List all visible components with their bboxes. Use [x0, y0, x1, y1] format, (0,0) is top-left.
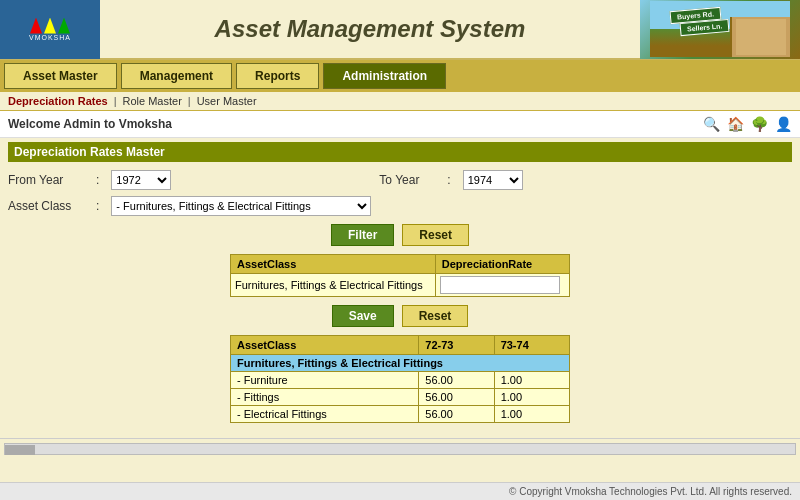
- row1-col2: 56.00: [419, 372, 494, 389]
- header: VMOKSHA Asset Management System Buyers R…: [0, 0, 800, 60]
- filter-button[interactable]: Filter: [331, 224, 394, 246]
- data-col-7273: 72-73: [419, 336, 494, 355]
- edit-row: Furnitures, Fittings & Electrical Fittin…: [231, 274, 570, 297]
- breadcrumb-role-master[interactable]: Role Master: [123, 95, 182, 107]
- section-title: Depreciation Rates Master: [8, 142, 792, 162]
- reset-button[interactable]: Reset: [402, 224, 469, 246]
- breadcrumb-depreciation-rates[interactable]: Depreciation Rates: [8, 95, 108, 107]
- header-image: Buyers Rd. Sellers Ln.: [640, 0, 800, 59]
- edit-asset-class: Furnitures, Fittings & Electrical Fittin…: [231, 274, 436, 297]
- depreciation-rate-input[interactable]: [440, 276, 560, 294]
- breadcrumb: Depreciation Rates | Role Master | User …: [0, 92, 800, 111]
- filter-row: Filter Reset: [8, 224, 792, 246]
- search-icon[interactable]: 🔍: [702, 115, 720, 133]
- asset-class-row: Asset Class : - Furnitures, Fittings & E…: [8, 196, 792, 216]
- table-row: - Electrical Fittings 56.00 1.00: [231, 406, 570, 423]
- edit-col-asset: AssetClass: [231, 255, 436, 274]
- table-row: - Fittings 56.00 1.00: [231, 389, 570, 406]
- asset-class-label: Asset Class: [8, 199, 88, 213]
- welcome-bar: Welcome Admin to Vmoksha 🔍 🏠 🌳 👤: [0, 111, 800, 138]
- row2-col3: 1.00: [494, 389, 569, 406]
- scrollbar-area[interactable]: [0, 438, 800, 458]
- data-table: AssetClass 72-73 73-74 Furnitures, Fitti…: [230, 335, 570, 423]
- row1-col3: 1.00: [494, 372, 569, 389]
- row2-col2: 56.00: [419, 389, 494, 406]
- edit-col-rate: DepreciationRate: [435, 255, 569, 274]
- nav-asset-master[interactable]: Asset Master: [4, 63, 117, 89]
- data-col-7374: 73-74: [494, 336, 569, 355]
- row1-name: - Furniture: [231, 372, 419, 389]
- table-row: - Furniture 56.00 1.00: [231, 372, 570, 389]
- row3-name: - Electrical Fittings: [231, 406, 419, 423]
- from-year-select[interactable]: 197219731974: [111, 170, 171, 190]
- group-name: Furnitures, Fittings & Electrical Fittin…: [231, 355, 570, 372]
- user-icon[interactable]: 👤: [774, 115, 792, 133]
- data-col-asset: AssetClass: [231, 336, 419, 355]
- icon-area: 🔍 🏠 🌳 👤: [702, 115, 792, 133]
- from-year-label: From Year: [8, 173, 88, 187]
- content: Depreciation Rates Master From Year : 19…: [0, 138, 800, 438]
- year-row: From Year : 197219731974 To Year : 19741…: [8, 170, 792, 190]
- nav-management[interactable]: Management: [121, 63, 232, 89]
- app-title-area: Asset Management System: [100, 15, 640, 43]
- app-title: Asset Management System: [215, 15, 526, 43]
- to-year-select[interactable]: 197419751976: [463, 170, 523, 190]
- reset-button2[interactable]: Reset: [402, 305, 469, 327]
- save-row: Save Reset: [8, 305, 792, 327]
- save-button[interactable]: Save: [332, 305, 394, 327]
- asset-class-select[interactable]: - Furnitures, Fittings & Electrical Fitt…: [111, 196, 371, 216]
- row3-col3: 1.00: [494, 406, 569, 423]
- footer-text: © Copyright Vmoksha Technologies Pvt. Lt…: [509, 486, 792, 497]
- footer: © Copyright Vmoksha Technologies Pvt. Lt…: [0, 482, 800, 500]
- edit-table: AssetClass DepreciationRate Furnitures, …: [230, 254, 570, 297]
- logo-area: VMOKSHA: [0, 0, 100, 59]
- to-year-label: To Year: [379, 173, 439, 187]
- nav-bar: Asset Master Management Reports Administ…: [0, 60, 800, 92]
- breadcrumb-user-master[interactable]: User Master: [197, 95, 257, 107]
- home-icon[interactable]: 🏠: [726, 115, 744, 133]
- tree-icon[interactable]: 🌳: [750, 115, 768, 133]
- group-row: Furnitures, Fittings & Electrical Fittin…: [231, 355, 570, 372]
- edit-rate-cell: [435, 274, 569, 297]
- logo-text: VMOKSHA: [29, 34, 71, 41]
- nav-administration[interactable]: Administration: [323, 63, 446, 89]
- row3-col2: 56.00: [419, 406, 494, 423]
- row2-name: - Fittings: [231, 389, 419, 406]
- nav-reports[interactable]: Reports: [236, 63, 319, 89]
- welcome-text: Welcome Admin to Vmoksha: [8, 117, 172, 131]
